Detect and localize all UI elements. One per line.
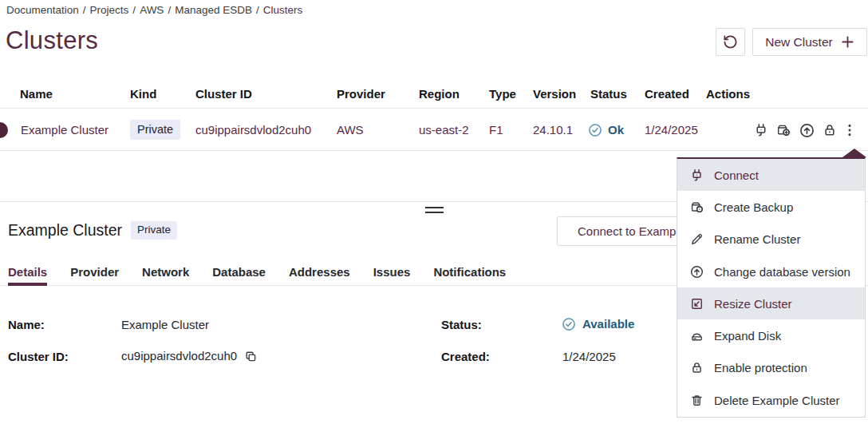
private-badge: Private [131, 221, 177, 239]
column-header-type: Type [489, 80, 516, 109]
menu-item-label: Resize Cluster [714, 297, 792, 311]
panel-heading: Example Cluster Private [8, 221, 177, 240]
tab-details[interactable]: Details [8, 261, 47, 286]
protection-action-button[interactable] [821, 121, 838, 139]
menu-item-resize-cluster[interactable]: Resize Cluster [677, 287, 865, 319]
status-text: Ok [608, 109, 624, 151]
cluster-id-text: cu9ippairsdvlod2cuh0 [121, 348, 237, 364]
rotate-ccw-icon [723, 34, 738, 50]
cell-type: F1 [489, 109, 503, 151]
cell-status: Ok [588, 109, 624, 151]
created-field-label: Created: [441, 349, 490, 365]
backup-icon [776, 123, 791, 137]
tab-network[interactable]: Network [142, 261, 189, 286]
breadcrumb: Documentation/Projects/AWS/Managed ESDB/… [6, 4, 302, 16]
menu-item-create-backup[interactable]: Create Backup [677, 191, 865, 223]
clusters-page: Documentation/Projects/AWS/Managed ESDB/… [0, 0, 868, 424]
plug-icon [754, 123, 768, 137]
arrow-up-circle-icon [799, 123, 815, 138]
new-cluster-label: New Cluster [765, 35, 832, 50]
breadcrumb-separator: / [256, 4, 259, 16]
arrow-up-circle-icon [690, 265, 704, 279]
refresh-button[interactable] [716, 28, 745, 56]
check-circle-icon [588, 123, 602, 137]
created-field-value: 1/24/2025 [562, 349, 616, 365]
cell-provider: AWS [337, 109, 364, 151]
plug-icon [690, 168, 704, 182]
cluster-marker-icon [0, 122, 8, 138]
lock-icon [823, 123, 837, 137]
tab-notifications[interactable]: Notifications [433, 261, 506, 286]
cell-region: us-east-2 [419, 109, 469, 151]
menu-caret [842, 149, 866, 157]
column-header-status: Status [590, 80, 627, 109]
breadcrumb-clusters: Clusters [263, 4, 303, 16]
new-cluster-button[interactable]: New Cluster [752, 28, 867, 56]
cell-cluster-id: cu9ippairsdvlod2cuh0 [195, 109, 311, 151]
copy-icon[interactable] [244, 350, 258, 363]
trash-icon [690, 394, 704, 407]
available-status-text: Available [582, 316, 634, 332]
name-field-value: Example Cluster [121, 317, 209, 333]
breadcrumb-documentation[interactable]: Documentation [6, 4, 79, 16]
cell-kind: Private [130, 120, 180, 140]
menu-item-change-database-version[interactable]: Change database version [677, 256, 865, 287]
menu-item-label: Create Backup [714, 200, 793, 214]
panel-drag-handle[interactable] [425, 207, 444, 215]
tab-addresses[interactable]: Addresses [289, 261, 350, 286]
plus-icon [841, 35, 854, 49]
column-header-cluster-id: Cluster ID [195, 80, 252, 109]
column-header-kind: Kind [130, 80, 156, 109]
resize-icon [690, 297, 704, 311]
status-field-label: Status: [441, 317, 482, 333]
cell-name: Example Cluster [21, 109, 108, 151]
menu-item-expand-disk[interactable]: Expand Disk [677, 319, 865, 351]
cluster-id-field-value: cu9ippairsdvlod2cuh0 [121, 348, 258, 364]
connect-action-button[interactable] [752, 121, 770, 139]
row-kebab-menu-button[interactable] [841, 121, 858, 139]
column-header-provider: Provider [337, 80, 385, 109]
status-field-value: Available [562, 316, 634, 332]
menu-item-label: Enable protection [714, 361, 807, 374]
column-header-actions: Actions [706, 80, 750, 109]
cell-created: 1/24/2025 [645, 109, 698, 151]
tab-provider[interactable]: Provider [70, 261, 119, 286]
kebab-menu-icon [842, 123, 857, 137]
breadcrumb-separator: / [132, 4, 136, 16]
tab-issues[interactable]: Issues [373, 261, 411, 286]
menu-item-rename-cluster[interactable]: Rename Cluster [677, 224, 865, 256]
kind-badge: Private [130, 120, 180, 140]
menu-item-label: Connect [714, 168, 759, 182]
breadcrumb-separator: / [83, 4, 86, 16]
menu-item-label: Rename Cluster [714, 232, 800, 246]
panel-title: Example Cluster [8, 221, 122, 240]
disk-icon [690, 329, 704, 343]
breadcrumb-projects[interactable]: Projects [90, 4, 129, 16]
check-circle-icon [562, 317, 576, 331]
menu-item-label: Expand Disk [714, 329, 781, 343]
breadcrumb-separator: / [168, 4, 171, 16]
breadcrumb-managed-esdb[interactable]: Managed ESDB [175, 4, 252, 16]
lock-icon [690, 361, 704, 374]
menu-item-connect[interactable]: Connect [677, 159, 865, 191]
column-header-region: Region [419, 80, 460, 109]
page-title: Clusters [6, 26, 98, 55]
cluster-id-field-label: Cluster ID: [8, 349, 69, 365]
menu-item-enable-protection[interactable]: Enable protection [677, 352, 865, 384]
column-header-created: Created [645, 80, 689, 109]
actions-dropdown-menu: Connect Create Backup Rename Cluster [677, 157, 866, 418]
column-header-name: Name [20, 80, 53, 109]
change-version-action-button[interactable] [798, 121, 815, 139]
menu-item-label: Delete Example Cluster [714, 394, 840, 407]
name-field-label: Name: [8, 317, 45, 333]
menu-item-label: Change database version [714, 265, 850, 279]
table-row[interactable]: Example Cluster Private cu9ippairsdvlod2… [0, 109, 868, 151]
column-header-version: Version [533, 80, 576, 109]
pencil-icon [690, 232, 704, 246]
breadcrumb-aws[interactable]: AWS [140, 4, 164, 16]
menu-item-delete-cluster[interactable]: Delete Example Cluster [677, 384, 865, 416]
create-backup-action-button[interactable] [775, 121, 792, 139]
table-header: Name Kind Cluster ID Provider Region Typ… [0, 80, 868, 109]
tab-database[interactable]: Database [212, 261, 266, 286]
backup-icon [690, 200, 704, 214]
